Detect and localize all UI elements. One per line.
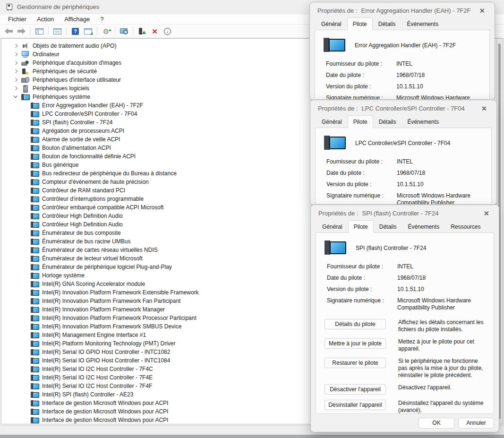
help-button[interactable]: ? bbox=[69, 26, 81, 37]
device-header: LPC Controller/eSPI Controller - 7F04 bbox=[323, 135, 486, 152]
field-label: Version du pilote : bbox=[326, 83, 391, 90]
system-device-icon bbox=[31, 162, 39, 169]
driver-action-button[interactable]: Mettre à jour le pilote bbox=[325, 338, 386, 349]
field-label: Fournisseur du pilote : bbox=[326, 158, 391, 165]
properties-button[interactable] bbox=[51, 26, 63, 37]
window-title: Gestionnaire de périphériques bbox=[17, 3, 99, 10]
tab-details[interactable]: Détails bbox=[373, 116, 402, 128]
disable-device-button[interactable]: ↓ bbox=[162, 26, 173, 37]
menu-aide[interactable]: ? bbox=[95, 15, 109, 24]
tree-item-label: Intel(R) GNA Scoring Accelerator module bbox=[42, 281, 145, 287]
export-list-button[interactable] bbox=[82, 26, 94, 37]
tab-evenements[interactable]: Événements bbox=[401, 18, 444, 30]
chevron-right-icon[interactable] bbox=[13, 86, 18, 91]
tree-item-label: Alarme de sortie de veille ACPI bbox=[42, 136, 120, 143]
tree-item-label: Intel(R) Innovation Platform Framework E… bbox=[42, 289, 198, 296]
driver-action-button[interactable]: Désactiver l'appareil bbox=[325, 384, 386, 395]
system-device-icon bbox=[31, 340, 39, 347]
update-driver-button[interactable] bbox=[136, 26, 148, 37]
chevron-right-icon[interactable] bbox=[13, 69, 18, 74]
tree-item-label: Intel(R) Management Engine Interface #1 bbox=[42, 332, 146, 338]
dialog-title-device: SPI (flash) Controller - 7F24 bbox=[362, 210, 439, 217]
tree-item-label: Intel(R) Innovation Platform Framework M… bbox=[42, 306, 165, 313]
driver-tab-page: Error Aggregation Handler (EAH) - 7F2F F… bbox=[315, 30, 490, 100]
menu-affichage[interactable]: Affichage bbox=[59, 15, 95, 24]
tab-pilote[interactable]: Pilote bbox=[348, 220, 374, 233]
close-icon[interactable]: ✕ bbox=[479, 104, 489, 113]
close-icon[interactable]: ✕ bbox=[481, 209, 491, 218]
menu-fichier[interactable]: Fichier bbox=[3, 15, 32, 24]
chevron-right-icon[interactable] bbox=[13, 60, 18, 66]
system-device-icon bbox=[31, 272, 39, 279]
field-row: Version du pilote : 10.1.51.10 bbox=[327, 286, 488, 293]
cancel-button[interactable]: Annuler bbox=[458, 418, 494, 429]
device-name: SPI (flash) Controller - 7F24 bbox=[356, 245, 426, 251]
driver-action-button[interactable]: Détails du pilote bbox=[325, 319, 386, 329]
menu-action[interactable]: Action bbox=[32, 15, 59, 24]
software-device-icon bbox=[21, 85, 29, 92]
uninstall-device-button[interactable]: ✕ bbox=[149, 26, 161, 37]
tab-general[interactable]: Général bbox=[316, 116, 348, 128]
tree-item-label: Contrôleur de RAM standard PCI bbox=[42, 187, 125, 194]
tab-evenements[interactable]: Événements bbox=[401, 116, 444, 128]
tab-general[interactable]: Général bbox=[316, 18, 347, 30]
console-tree-button[interactable] bbox=[34, 26, 45, 37]
tab-pilote[interactable]: Pilote bbox=[347, 17, 373, 30]
tree-item-label: Intel(R) Innovation Platform Framework P… bbox=[42, 315, 196, 321]
tab-evenements[interactable]: Événements bbox=[402, 221, 445, 233]
tree-item-label: Objets de traitement audio (APO) bbox=[33, 43, 116, 49]
driver-actions: Détails du pilote Affichez les détails c… bbox=[322, 319, 488, 414]
ok-button[interactable]: OK bbox=[419, 418, 454, 429]
search-computer-button[interactable] bbox=[118, 26, 130, 37]
export-list-icon bbox=[84, 28, 92, 34]
tree-item-label: Agrégation de processeurs ACPI bbox=[42, 128, 124, 134]
device-name: LPC Controller/eSPI Controller - 7F04 bbox=[355, 140, 450, 146]
uninstall-device-icon: ✕ bbox=[152, 28, 158, 35]
forward-button[interactable] bbox=[16, 26, 27, 37]
driver-action-button[interactable]: Restaurer le pilote bbox=[325, 358, 386, 368]
toolbar-separator bbox=[66, 27, 67, 35]
tree-item-label: Interface de gestion Microsoft Windows p… bbox=[42, 408, 168, 415]
chevron-right-icon[interactable] bbox=[13, 77, 18, 83]
tab-details[interactable]: Détails bbox=[374, 221, 402, 233]
chevron-right-icon[interactable] bbox=[13, 43, 18, 49]
tree-item-label: Interface de gestion Microsoft Windows p… bbox=[42, 417, 168, 423]
driver-action-description: Mettez à jour le pilote pour cet apparei… bbox=[398, 338, 488, 352]
field-value: Microsoft Windows Hardware Compatibility… bbox=[397, 192, 486, 205]
system-devices-icon bbox=[21, 94, 29, 101]
field-row: Fournisseur du pilote : INTEL bbox=[326, 158, 486, 165]
system-device-icon bbox=[31, 323, 39, 330]
system-device-icon bbox=[31, 230, 39, 237]
tab-general[interactable]: Général bbox=[316, 221, 348, 233]
field-value: 1968/07/18 bbox=[397, 170, 486, 177]
system-device-icon bbox=[31, 357, 39, 364]
system-device-icon bbox=[31, 306, 39, 313]
field-value: 1968/07/18 bbox=[396, 72, 484, 79]
back-button[interactable] bbox=[3, 26, 15, 37]
toolbar-separator bbox=[30, 27, 31, 35]
tree-item-label: Contrôleur embarqué compatible ACPI Micr… bbox=[42, 204, 163, 211]
properties-icon bbox=[53, 28, 61, 34]
chevron-down-icon[interactable] bbox=[13, 94, 18, 100]
tab-details[interactable]: Détails bbox=[373, 18, 401, 30]
tree-item-label: SPI (flash) Controller - 7F24 bbox=[42, 119, 112, 126]
driver-action-description: Si le périphérique ne fonctionne pas apr… bbox=[398, 358, 488, 379]
disable-device-icon: ↓ bbox=[164, 28, 171, 35]
tree-item-label: Périphériques système bbox=[33, 94, 90, 100]
tree-item-label: Périphérique d'acquisition d'images bbox=[33, 60, 121, 66]
tree-item-label: Intel(R) Serial IO I2C Host Controller -… bbox=[42, 366, 153, 372]
tab-pilote[interactable]: Pilote bbox=[348, 115, 373, 128]
driver-action-button[interactable]: Désinstaller l'appareil bbox=[325, 400, 386, 410]
dialog-titlebar: Propriétés de : LPC Controller/eSPI Cont… bbox=[310, 100, 496, 116]
system-device-icon bbox=[31, 366, 39, 373]
field-value: 10.1.51.10 bbox=[396, 83, 484, 90]
scan-hardware-changes-button[interactable]: ⚙ bbox=[100, 26, 112, 37]
close-icon[interactable]: ✕ bbox=[477, 6, 487, 15]
tab-ressources[interactable]: Ressources bbox=[445, 221, 486, 233]
field-row: Version du pilote : 10.1.51.10 bbox=[326, 83, 484, 90]
chevron-right-icon[interactable] bbox=[13, 52, 18, 57]
tree-item-label: Intel(R) Serial IO GPIO Host Controller … bbox=[42, 349, 170, 355]
tree-item-label: Error Aggregation Handler (EAH) - 7F2F bbox=[42, 102, 143, 109]
system-device-icon bbox=[31, 281, 39, 288]
dialog-tabs: Général Pilote Détails Événements bbox=[310, 18, 495, 30]
